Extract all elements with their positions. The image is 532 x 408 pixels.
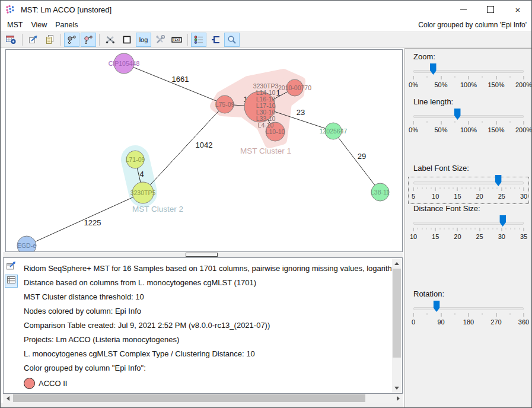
menu-item-view[interactable]: View [27,20,51,30]
text-tool-button[interactable]: TEXT [169,33,184,47]
tick-mark [470,187,471,189]
copy-button[interactable] [42,33,58,47]
toolbar-separator [99,34,100,46]
mst-canvas[interactable]: 1661112329104241225CIP105448L75-093230TP… [6,50,402,251]
tick-mark [413,76,414,79]
tick-label: 0 [412,318,415,326]
tick-label: 15 [454,193,461,200]
close-button[interactable]: × [504,1,531,18]
mst-cluster-1-label: MST Cluster 1 [240,146,291,155]
node-view-plain-button[interactable] [64,33,79,47]
tick-mark [441,76,441,79]
close-icon: × [515,5,521,14]
tick-mark [524,121,524,125]
slider-track[interactable] [413,222,524,225]
zoom-slider[interactable]: 0%50%100%150%200% [413,63,524,93]
slider-thumb[interactable] [434,301,440,312]
vertical-scroll-thumb[interactable] [393,269,401,358]
log-scale-button[interactable]: log [136,33,151,47]
slider-ticks [413,121,524,125]
window-controls: × [450,1,531,18]
info-panel: Ridom SeqSphere+ MST for 16 Samples base… [3,257,403,394]
tick-mark [427,76,428,78]
tick-label: 180 [463,318,474,326]
zoom-panel-button[interactable] [224,33,240,47]
maximize-button[interactable] [477,1,504,18]
node-label: L71-09 [126,156,145,163]
tick-label: 270 [490,318,501,326]
tick-label: 150% [488,126,504,133]
edge-distance-label: 1042 [196,141,213,149]
scroll-right-button[interactable] [393,394,403,403]
tick-mark [457,187,458,191]
node-label: EGD-e [17,242,36,249]
save-image-icon [6,35,17,44]
info-line: L. monocytogenes cgMLST Complex Type / C… [24,347,391,361]
save-image-button[interactable] [4,33,19,47]
tick-mark [413,121,414,125]
open-in-window-button[interactable] [5,260,18,273]
edge-distance-label: 1661 [172,75,189,84]
slider-tick-labels: 0%50%100%150%200% [413,126,524,135]
slider-thumb[interactable] [454,109,461,120]
tick-mark [482,313,483,315]
horizontal-scroll-thumb[interactable] [13,394,365,402]
label-font-size-slider[interactable]: 51015202530 [413,174,524,204]
tick-label: 25 [476,233,483,240]
line-length-slider[interactable]: 0%50%100%150%200% [413,108,524,138]
legend-panel-button[interactable] [191,33,206,47]
comparison-table-icon [6,275,17,287]
rotation-slider[interactable]: 090180270360 [413,300,524,330]
scroll-left-button[interactable] [3,394,12,403]
tick-mark [484,228,485,230]
info-vertical-scrollbar[interactable] [392,259,402,393]
horizontal-splitter[interactable] [3,252,403,257]
tick-label: 30 [498,233,505,240]
selection-rectangle-icon [122,35,132,44]
scroll-up-button[interactable] [392,259,402,268]
export-graphic-button[interactable] [26,33,41,47]
tick-mark [444,228,445,230]
menu-item-panels[interactable]: Panels [51,20,82,30]
settings-tools-button[interactable] [152,33,168,47]
node-view-colored-button[interactable] [81,33,96,47]
splitter-handle[interactable] [186,253,218,257]
tick-mark [418,228,418,230]
tick-label: 90 [437,318,444,326]
slider-track[interactable] [413,181,524,184]
minimize-icon [460,9,467,10]
slider-thumb[interactable] [499,215,506,227]
tick-mark [422,187,422,189]
minimize-button[interactable] [450,1,477,18]
legend-row-acco-ii: ACCO II [24,375,391,391]
tick-mark [488,228,489,230]
info-line: Distance based on columns from L. monocy… [24,276,391,290]
distance-font-size-slider[interactable]: 101520253035 [413,215,524,244]
mst-summary-text: Ridom SeqSphere+ MST for 16 Samples base… [24,262,391,393]
info-line: Comparison Table created: Jul 9, 2021 2:… [24,318,391,333]
edge-distance-label: 23 [297,108,305,117]
text-tool-icon: TEXT [171,35,182,44]
slider-track[interactable] [413,70,524,73]
dendrogram-panel-button[interactable] [208,33,223,47]
slider-label: Label Font Size: [413,164,524,173]
info-line: Color grouped by column "Epi Info": [24,361,391,375]
scroll-down-button[interactable] [392,383,402,393]
info-horizontal-scrollbar[interactable] [3,394,403,403]
zoom-panel-icon [227,35,237,44]
settings-tools-icon [155,35,165,44]
menu-item-mst[interactable]: MST [3,20,27,30]
slider-thumb[interactable] [430,63,437,75]
tick-mark [510,187,511,189]
prune-button[interactable] [103,33,118,47]
comparison-table-button[interactable] [5,275,18,288]
tick-label: 10 [432,193,439,200]
slider-ticks [413,228,524,232]
mst-graph-panel[interactable]: 1661112329104241225CIP105448L75-093230TP… [5,49,403,252]
slider-track[interactable] [413,115,524,118]
selection-rectangle-button[interactable] [119,33,135,47]
dendrogram-panel-icon [210,35,221,44]
node-label: CIP105448 [109,60,140,67]
tick-mark [524,76,524,79]
slider-track[interactable] [413,307,524,310]
